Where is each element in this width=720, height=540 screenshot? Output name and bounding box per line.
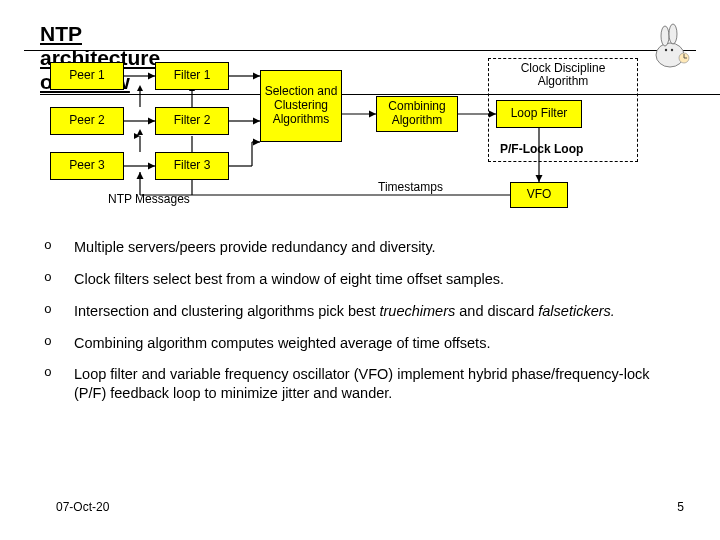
falsetickers-term: falsetickers. xyxy=(538,303,615,319)
footer-page-number: 5 xyxy=(677,500,684,514)
bullet-2: Clock filters select best from a window … xyxy=(44,270,684,289)
bullet-3: Intersection and clustering algorithms p… xyxy=(44,302,684,321)
filter-1-box: Filter 1 xyxy=(155,62,229,90)
bullet-1: Multiple servers/peers provide redundanc… xyxy=(44,238,684,257)
loop-filter-box: Loop Filter xyxy=(496,100,582,128)
peer-3-box: Peer 3 xyxy=(50,152,124,180)
bullet-5: Loop filter and variable frequency oscil… xyxy=(44,365,684,403)
bullet-4: Combining algorithm computes weighted av… xyxy=(44,334,684,353)
ntp-messages-label: NTP Messages xyxy=(108,192,190,206)
svg-marker-32 xyxy=(137,85,143,91)
svg-point-1 xyxy=(661,26,669,46)
architecture-diagram: Peer 1 Peer 2 Peer 3 Filter 1 Filter 2 F… xyxy=(50,62,690,222)
svg-point-2 xyxy=(669,24,677,44)
vfo-box: VFO xyxy=(510,182,568,208)
pf-lock-label: P/F-Lock Loop xyxy=(500,142,583,156)
peer-1-box: Peer 1 xyxy=(50,62,124,90)
timestamps-label: Timestamps xyxy=(378,180,443,194)
truechimers-term: truechimers xyxy=(379,303,455,319)
filter-2-box: Filter 2 xyxy=(155,107,229,135)
peer-2-box: Peer 2 xyxy=(50,107,124,135)
svg-point-3 xyxy=(665,49,667,51)
svg-marker-27 xyxy=(137,129,143,135)
filter-3-box: Filter 3 xyxy=(155,152,229,180)
svg-point-4 xyxy=(671,49,673,51)
footer-date: 07-Oct-20 xyxy=(56,500,109,514)
clock-discipline-label: Clock Discipline Algorithm xyxy=(496,62,630,88)
combining-algorithm-box: Combining Algorithm xyxy=(376,96,458,132)
selection-clustering-box: Selection and Clustering Algorithms xyxy=(260,70,342,142)
bullet-list: Multiple servers/peers provide redundanc… xyxy=(44,238,684,416)
title-underline xyxy=(24,50,696,51)
